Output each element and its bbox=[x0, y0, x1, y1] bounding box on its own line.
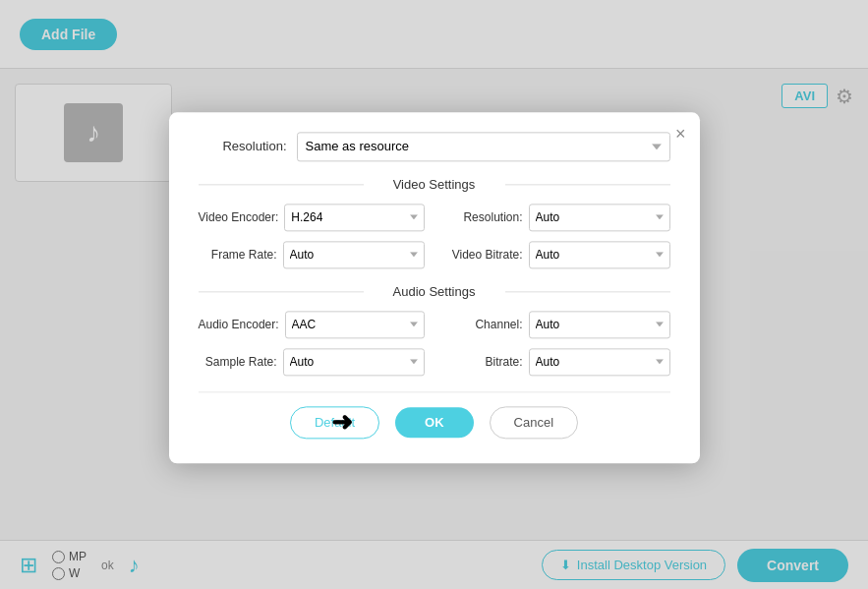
audio-settings-grid: Audio Encoder: AAC Channel: Auto Sample … bbox=[199, 311, 670, 376]
audio-encoder-label: Audio Encoder: bbox=[199, 318, 279, 331]
video-resolution-row: Resolution: Auto bbox=[444, 204, 670, 231]
audio-encoder-select[interactable]: AAC bbox=[285, 311, 425, 338]
audio-bitrate-select[interactable]: Auto bbox=[529, 348, 670, 376]
modal-close-button[interactable]: × bbox=[675, 124, 686, 145]
video-encoder-select[interactable]: H.264 bbox=[284, 204, 424, 231]
arrow-icon: ➜ bbox=[331, 407, 353, 438]
video-bitrate-select[interactable]: Auto bbox=[529, 241, 670, 268]
modal-divider bbox=[199, 391, 670, 392]
video-resolution-label: Resolution: bbox=[444, 210, 523, 224]
frame-rate-select[interactable]: Auto bbox=[283, 241, 425, 268]
frame-rate-label: Frame Rate: bbox=[199, 248, 277, 262]
settings-modal: × Resolution: Same as resource Video Set… bbox=[169, 112, 700, 463]
video-settings-grid: Video Encoder: H.264 Resolution: Auto Fr… bbox=[199, 204, 670, 268]
frame-rate-row: Frame Rate: Auto bbox=[199, 241, 425, 268]
app-background: Add File ♪ AVI ⚙ ⊞ MP W bbox=[0, 0, 868, 589]
cancel-button[interactable]: Cancel bbox=[490, 406, 578, 439]
channel-row: Channel: Auto bbox=[444, 311, 670, 338]
ok-button[interactable]: OK bbox=[395, 407, 474, 438]
channel-select[interactable]: Auto bbox=[529, 311, 670, 338]
sample-rate-select[interactable]: Auto bbox=[283, 348, 425, 376]
audio-encoder-row: Audio Encoder: AAC bbox=[199, 311, 425, 338]
modal-footer: Default ➜ OK Cancel bbox=[199, 406, 670, 439]
channel-label: Channel: bbox=[444, 318, 523, 331]
audio-bitrate-row: Bitrate: Auto bbox=[444, 348, 670, 376]
video-bitrate-row: Video Bitrate: Auto bbox=[444, 241, 670, 268]
audio-settings-header: Audio Settings bbox=[199, 284, 670, 299]
video-encoder-label: Video Encoder: bbox=[199, 210, 279, 224]
sample-rate-label: Sample Rate: bbox=[199, 355, 277, 369]
resolution-row: Resolution: Same as resource bbox=[199, 132, 670, 161]
video-encoder-row: Video Encoder: H.264 bbox=[199, 204, 425, 231]
sample-rate-row: Sample Rate: Auto bbox=[199, 348, 425, 376]
audio-bitrate-label: Bitrate: bbox=[444, 355, 523, 369]
video-resolution-select[interactable]: Auto bbox=[529, 204, 670, 231]
resolution-main-label: Resolution: bbox=[199, 139, 287, 153]
video-bitrate-label: Video Bitrate: bbox=[444, 248, 523, 262]
resolution-select[interactable]: Same as resource bbox=[297, 132, 670, 161]
video-settings-header: Video Settings bbox=[199, 177, 670, 192]
